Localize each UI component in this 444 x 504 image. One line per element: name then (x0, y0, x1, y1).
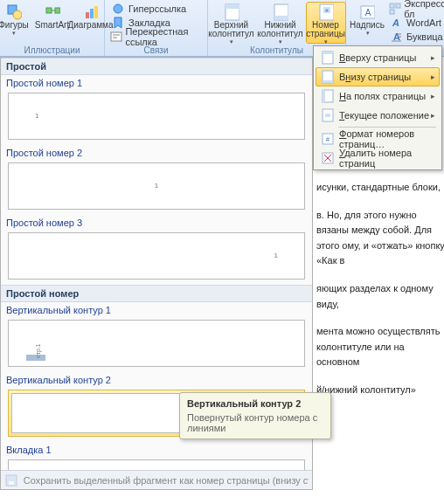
dropdown-arrow-icon: ▾ (279, 38, 282, 45)
gallery-preview[interactable]: 1 (8, 162, 305, 210)
menu-label: Формат номеров страниц… (339, 128, 435, 149)
svg-rect-11 (225, 4, 239, 9)
header-button[interactable]: Верхний колонтитул ▾ (208, 2, 255, 44)
submenu-arrow-icon: ▸ (431, 92, 435, 100)
menu-label: Удалить номера страниц (339, 148, 435, 169)
dropdown-arrow-icon: ▾ (324, 38, 328, 45)
tooltip-description: Повернутый контур номера с линиями (187, 412, 323, 433)
submenu-arrow-icon: ▸ (431, 72, 435, 81)
document-body: исунки, стандартные блоки, в. Но, для эт… (313, 175, 444, 416)
crossref-icon (110, 29, 122, 45)
shapes-button[interactable]: Фигуры ▾ (0, 2, 32, 44)
textbox-icon: A (359, 4, 375, 20)
smartart-button[interactable]: SmartArt (34, 2, 71, 44)
quickparts-button[interactable]: Экспресс-бл (388, 2, 444, 16)
svg-rect-5 (86, 12, 89, 18)
group-title: Иллюстрации (0, 45, 104, 55)
svg-rect-34 (325, 114, 330, 117)
current-position-icon (320, 107, 336, 123)
dropcap-icon: A (388, 29, 404, 45)
page-bottom-icon (320, 69, 336, 85)
svg-rect-32 (323, 90, 325, 102)
header-label: Верхний колонтитул (208, 21, 253, 38)
svg-rect-9 (111, 32, 121, 41)
pagenumber-icon: # (318, 4, 334, 20)
tooltip: Вертикальный контур 2 Повернутый контур … (179, 392, 331, 439)
hyperlink-button[interactable]: Гиперссылка (110, 2, 186, 16)
doc-text: исунки, стандартные блоки, (316, 180, 444, 196)
doc-text: в. Но, для этого нужно вязаны между собо… (316, 208, 444, 269)
shapes-icon (6, 4, 22, 20)
crossref-label: Перекрестная ссылка (125, 26, 204, 47)
doc-text: й/нижний колонтитул» (316, 383, 444, 398)
svg-rect-19 (390, 3, 394, 8)
gallery-preview[interactable]: 1 (8, 232, 305, 280)
dropdown-arrow-icon: ▾ (366, 30, 370, 37)
svg-rect-6 (90, 9, 94, 18)
dropdown-arrow-icon: ▾ (12, 30, 16, 37)
footer-button[interactable]: Нижний колонтитул ▾ (257, 2, 304, 44)
svg-text:A: A (365, 8, 371, 17)
svg-rect-7 (94, 6, 98, 18)
footer-label: Нижний колонтитул (257, 21, 302, 38)
group-title: Связи (105, 45, 207, 55)
dropdown-arrow-icon: ▾ (230, 38, 233, 45)
gallery-item-label[interactable]: Простой номер 1 (1, 75, 312, 91)
svg-rect-3 (55, 8, 60, 13)
menu-label: Внизу страницы (339, 72, 431, 82)
textbox-button[interactable]: A Надпись ▾ (350, 2, 385, 44)
format-icon: # (320, 131, 336, 147)
gallery-preview[interactable]: 1 (8, 93, 305, 140)
hyperlink-label: Гиперссылка (128, 3, 186, 14)
svg-rect-28 (323, 52, 333, 54)
menu-format-numbers[interactable]: #Формат номеров страниц… (316, 129, 440, 148)
chart-icon (83, 4, 99, 20)
submenu-arrow-icon: ▸ (431, 53, 435, 62)
gallery-item-label[interactable]: Вкладка 1 (1, 442, 312, 458)
textbox-label: Надпись (350, 21, 385, 30)
smartart-label: SmartArt (35, 21, 69, 30)
svg-rect-41 (9, 481, 14, 485)
doc-text: яющих разделах к одному виду, (316, 281, 444, 312)
shapes-label: Фигуры (0, 21, 29, 30)
svg-rect-2 (46, 8, 52, 13)
svg-rect-20 (396, 3, 400, 8)
gallery-item-label[interactable]: Вертикальный контур 1 (1, 302, 312, 318)
doc-text: мента можно осуществлять колонтитуле или… (316, 324, 444, 370)
page-top-icon (320, 50, 336, 66)
svg-text:A: A (392, 17, 399, 28)
menu-label: Текущее положение (339, 110, 431, 121)
gallery-item-label[interactable]: Вертикальный контур 2 (1, 372, 312, 388)
svg-rect-21 (390, 10, 394, 14)
chart-button[interactable]: Диаграмма (73, 2, 109, 44)
svg-point-1 (13, 10, 22, 19)
menu-page-margins[interactable]: На полях страницы▸ (316, 86, 440, 106)
menu-bottom-of-page[interactable]: Внизу страницы▸ (316, 67, 440, 86)
gallery-preview[interactable]: стр.1 (8, 320, 305, 367)
gallery-section-header: Простой номер (1, 285, 312, 302)
dropcap-button[interactable]: AБуквица▾ (388, 30, 444, 44)
smartart-icon (45, 4, 60, 20)
menu-current-position[interactable]: Текущее положение▸ (316, 106, 440, 125)
gallery-item-label[interactable]: Простой номер 2 (1, 145, 312, 161)
menu-top-of-page[interactable]: Вверху страницы▸ (316, 48, 440, 67)
svg-rect-30 (323, 80, 333, 83)
menu-remove-numbers[interactable]: Удалить номера страниц (316, 148, 440, 168)
svg-text:#: # (326, 135, 330, 143)
save-selection-icon (4, 473, 18, 488)
gallery-item-label[interactable]: Простой номер 3 (1, 215, 312, 231)
menu-separator (338, 127, 436, 128)
page-margins-icon (320, 88, 336, 104)
gallery-section-header: Простой (1, 58, 312, 75)
wordart-button[interactable]: AWordArt▾ (388, 16, 444, 30)
remove-icon (320, 150, 336, 166)
tooltip-title: Вертикальный контур 2 (187, 398, 323, 409)
gallery-footer[interactable]: Сохранить выделенный фрагмент как номер … (1, 470, 312, 489)
pagenumber-button[interactable]: # Номер страницы ▾ (306, 2, 346, 44)
gallery-footer-label: Сохранить выделенный фрагмент как номер … (24, 475, 309, 486)
menu-label: На полях страницы (339, 91, 431, 101)
crossref-button[interactable]: Перекрестная ссылка (110, 30, 204, 44)
header-icon (224, 4, 239, 20)
submenu-arrow-icon: ▸ (431, 111, 435, 120)
dropcap-label: Буквица (406, 31, 443, 42)
